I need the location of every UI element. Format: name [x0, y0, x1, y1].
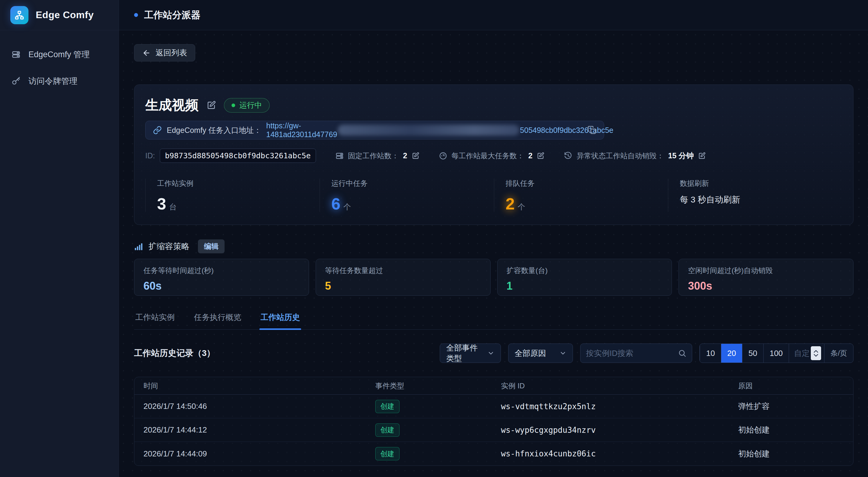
policy-value: 60s: [144, 280, 300, 292]
policy-value: 1: [507, 280, 663, 292]
history-toolbar: 工作站历史记录（3） 全部事件类型 全部原因: [134, 344, 854, 363]
stat-value-line: 6 个: [332, 195, 494, 212]
edit-icon[interactable]: [412, 152, 420, 160]
cell-time: 2026/1/7 14:44:12: [134, 425, 375, 435]
instance-search: [580, 344, 692, 363]
workstation-header: 生成视频 运行中: [145, 96, 842, 114]
entry-url-bar: EdgeComfy 任务入口地址： https://gw-1481ad23011…: [145, 121, 604, 139]
custom-page-size-spinner[interactable]: [811, 346, 821, 360]
gauge-icon: [439, 152, 447, 160]
col-header-time: 时间: [134, 381, 375, 391]
cell-event-type: 创建: [375, 447, 501, 460]
tab[interactable]: 任务执行概览: [193, 312, 242, 329]
stat-value-line: 每 3 秒自动刷新: [680, 195, 842, 204]
policy-card: 扩容数量(台) 1: [497, 259, 672, 296]
sidebar-item-edgecomfy-manage[interactable]: EdgeComfy 管理: [0, 43, 119, 65]
page-size-unit: 条/页: [824, 344, 853, 362]
page-title: 工作站分派器: [144, 9, 200, 22]
instance-search-input[interactable]: [586, 349, 678, 358]
history-icon: [564, 152, 572, 160]
sidebar: Edge Comfy EdgeComfy 管理: [0, 0, 119, 477]
setting-max-tasks: 每工作站最大任务数： 2: [439, 151, 545, 161]
edit-icon[interactable]: [698, 152, 706, 160]
chevron-down-icon: [559, 350, 566, 357]
page-size-option[interactable]: 10: [700, 344, 721, 362]
sidebar-item-token-manage[interactable]: 访问令牌管理: [0, 70, 119, 92]
stat-unit: 台: [169, 202, 177, 212]
workstation-card: 生成视频 运行中: [134, 85, 854, 225]
cell-instance-id: ws-wyp6cgxgpdu34nzrv: [501, 425, 738, 435]
policy-value: 5: [325, 280, 481, 292]
setting-value: 15 分钟: [668, 151, 694, 161]
brand: Edge Comfy: [0, 0, 119, 30]
tab[interactable]: 工作站历史: [259, 312, 301, 329]
event-type-selected: 全部事件类型: [446, 343, 483, 364]
tab[interactable]: 工作站实例: [134, 312, 176, 329]
page-size-option[interactable]: 20: [721, 344, 742, 362]
entry-url-prefix: https://gw-1481ad23011d47769: [266, 121, 337, 139]
stat-cell: 工作站实例 3 台: [145, 179, 319, 212]
entry-url-suffix: 505498cb0f9dbc3261abc5e: [520, 126, 614, 135]
col-header-reason: 原因: [738, 381, 853, 391]
edit-icon[interactable]: [536, 152, 545, 160]
copy-icon[interactable]: [587, 126, 596, 135]
back-to-list-button[interactable]: 返回列表: [134, 44, 195, 61]
workstation-title: 生成视频: [145, 96, 198, 114]
link-icon: [153, 126, 162, 135]
edit-title-icon[interactable]: [207, 100, 216, 110]
stat-label: 排队任务: [506, 179, 668, 188]
cell-reason: 弹性扩容: [738, 401, 853, 412]
cell-time: 2026/1/7 14:44:09: [134, 449, 375, 458]
setting-fixed-workstations: 固定工作站数： 2: [335, 151, 420, 161]
chevron-down-icon: [487, 350, 495, 357]
stat-cell: 运行中任务 6 个: [319, 179, 494, 212]
entry-url-value: https://gw-1481ad23011d47769 505498cb0f9…: [266, 121, 583, 139]
setting-label: 固定工作站数：: [348, 151, 399, 161]
policy-label: 扩容数量(台): [507, 266, 663, 276]
brand-name: Edge Comfy: [36, 9, 94, 21]
table-row[interactable]: 2026/1/7 14:44:12 创建 ws-wyp6cgxgpdu34nzr…: [134, 418, 853, 442]
stat-value-line: 2 个: [506, 195, 668, 212]
key-icon: [11, 76, 21, 86]
cell-event-type: 创建: [375, 423, 501, 437]
sidebar-item-label: EdgeComfy 管理: [28, 49, 90, 60]
stat-label: 工作站实例: [157, 179, 319, 188]
server-icon: [335, 152, 344, 160]
table-header-row: 时间 事件类型 实例 ID 原因: [134, 377, 853, 395]
table-row[interactable]: 2026/1/7 14:50:46 创建 ws-vdtmqttkzu2px5nl…: [134, 395, 853, 418]
event-badge: 创建: [375, 400, 400, 413]
cell-reason: 初始创建: [738, 425, 853, 435]
topbar: 工作站分派器: [119, 0, 868, 30]
event-type-select[interactable]: 全部事件类型: [440, 344, 501, 363]
tab-bar: 工作站实例 任务执行概览 工作站历史: [134, 312, 854, 329]
reason-select[interactable]: 全部原因: [508, 344, 573, 363]
stat-unit: 个: [518, 202, 525, 212]
page-size-option[interactable]: 50: [742, 344, 763, 362]
policy-label: 等待任务数量超过: [325, 266, 481, 276]
arrow-left-icon: [142, 49, 151, 57]
policy-label: 空闲时间超过(秒)自动销毁: [688, 266, 844, 276]
policy-card: 等待任务数量超过 5: [316, 259, 491, 296]
page-size-custom-label: 自定: [794, 348, 810, 359]
stat-value: 6: [332, 195, 340, 212]
col-header-instance-id: 实例 ID: [501, 381, 738, 391]
setting-auto-destroy: 异常状态工作站自动销毁： 15 分钟: [564, 151, 706, 161]
setting-value: 2: [528, 151, 533, 160]
entry-url-label: EdgeComfy 任务入口地址：: [167, 125, 261, 135]
cell-event-type: 创建: [375, 400, 501, 413]
stat-label: 数据刷新: [680, 179, 842, 188]
content: 返回列表 生成视频 运行中: [119, 30, 868, 477]
history-filters: 全部事件类型 全部原因: [440, 344, 854, 363]
history-title: 工作站历史记录（3）: [134, 347, 215, 359]
stats-row: 工作站实例 3 台 运行中任务 6 个: [145, 179, 842, 212]
page-size-option[interactable]: 100: [763, 344, 789, 362]
main-area: 工作站分派器 返回列表 生成视频: [119, 0, 868, 477]
event-badge: 创建: [375, 447, 400, 460]
app-root: Edge Comfy EdgeComfy 管理: [0, 0, 868, 477]
status-badge: 运行中: [224, 98, 270, 113]
back-to-list-label: 返回列表: [156, 47, 187, 58]
stat-value-line: 3 台: [157, 195, 319, 212]
table-row[interactable]: 2026/1/7 14:44:09 创建 ws-hfnxiox4cunbz06i…: [134, 442, 853, 466]
edit-scaling-button[interactable]: 编辑: [198, 240, 224, 253]
page-size-custom[interactable]: 自定: [789, 344, 824, 362]
